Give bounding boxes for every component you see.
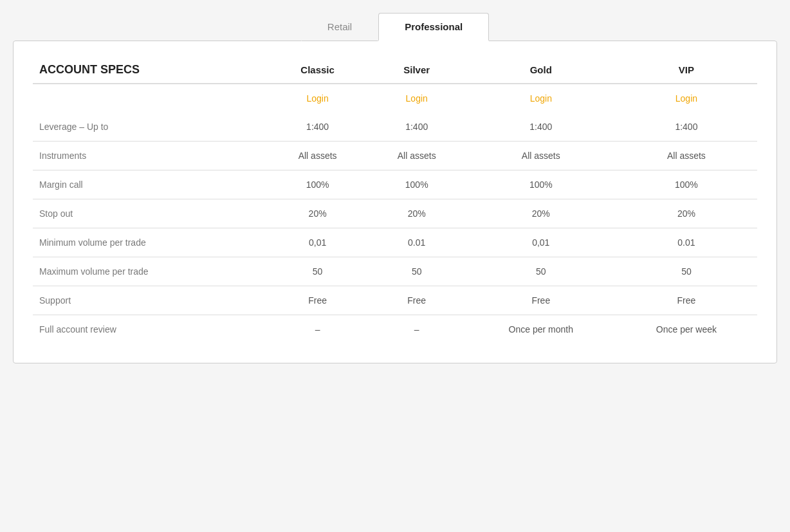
row-value: All assets (466, 142, 616, 170)
row-value: 20% (367, 199, 466, 228)
col-silver: Silver (367, 54, 466, 84)
row-value: 20% (616, 199, 757, 228)
row-value: 100% (367, 170, 466, 199)
row-value: All assets (268, 142, 367, 170)
login-vip[interactable]: Login (675, 93, 697, 104)
row-value: Free (466, 286, 616, 315)
tab-professional[interactable]: Professional (378, 13, 489, 41)
table-row: Full account review––Once per monthOnce … (33, 315, 757, 344)
row-label: Leverage – Up to (33, 113, 268, 142)
row-value: 100% (466, 170, 616, 199)
row-value: 50 (616, 257, 757, 286)
tab-retail[interactable]: Retail (301, 13, 378, 41)
login-gold[interactable]: Login (530, 93, 552, 104)
row-value: 1:400 (367, 113, 466, 142)
row-value: 20% (268, 199, 367, 228)
row-value: 1:400 (466, 113, 616, 142)
row-label: Support (33, 286, 268, 315)
row-value: 50 (367, 257, 466, 286)
table-row: SupportFreeFreeFreeFree (33, 286, 757, 315)
row-value: 1:400 (268, 113, 367, 142)
table-row: Maximum volume per trade50505050 (33, 257, 757, 286)
row-value: Once per month (466, 315, 616, 344)
table-row: InstrumentsAll assetsAll assetsAll asset… (33, 142, 757, 170)
login-silver[interactable]: Login (406, 93, 428, 104)
row-label: Maximum volume per trade (33, 257, 268, 286)
row-label: Full account review (33, 315, 268, 344)
row-value: 0,01 (268, 228, 367, 257)
row-value: 20% (466, 199, 616, 228)
row-value: 100% (268, 170, 367, 199)
row-value: All assets (616, 142, 757, 170)
col-gold: Gold (466, 54, 616, 84)
tabs-wrapper: Retail Professional (13, 13, 777, 41)
row-label: Minimum volume per trade (33, 228, 268, 257)
row-value: Once per week (616, 315, 757, 344)
row-value: 0.01 (616, 228, 757, 257)
row-value: Free (616, 286, 757, 315)
table-row: Stop out20%20%20%20% (33, 199, 757, 228)
row-value: – (367, 315, 466, 344)
row-label: Stop out (33, 199, 268, 228)
table-row: Margin call100%100%100%100% (33, 170, 757, 199)
row-label: Instruments (33, 142, 268, 170)
specs-table: ACCOUNT SPECS Classic Silver Gold VIP Lo… (33, 54, 757, 344)
row-value: Free (268, 286, 367, 315)
row-value: 0.01 (367, 228, 466, 257)
row-label: Margin call (33, 170, 268, 199)
section-title: ACCOUNT SPECS (33, 54, 268, 84)
col-classic: Classic (268, 54, 367, 84)
row-value: 50 (466, 257, 616, 286)
col-vip: VIP (616, 54, 757, 84)
table-container: ACCOUNT SPECS Classic Silver Gold VIP Lo… (13, 41, 777, 363)
row-value: All assets (367, 142, 466, 170)
row-value: 1:400 (616, 113, 757, 142)
login-classic[interactable]: Login (306, 93, 328, 104)
row-value: 100% (616, 170, 757, 199)
row-value: Free (367, 286, 466, 315)
row-value: 0,01 (466, 228, 616, 257)
row-value: – (268, 315, 367, 344)
table-row: Minimum volume per trade0,010.010,010.01 (33, 228, 757, 257)
table-row: Leverage – Up to1:4001:4001:4001:400 (33, 113, 757, 142)
row-value: 50 (268, 257, 367, 286)
